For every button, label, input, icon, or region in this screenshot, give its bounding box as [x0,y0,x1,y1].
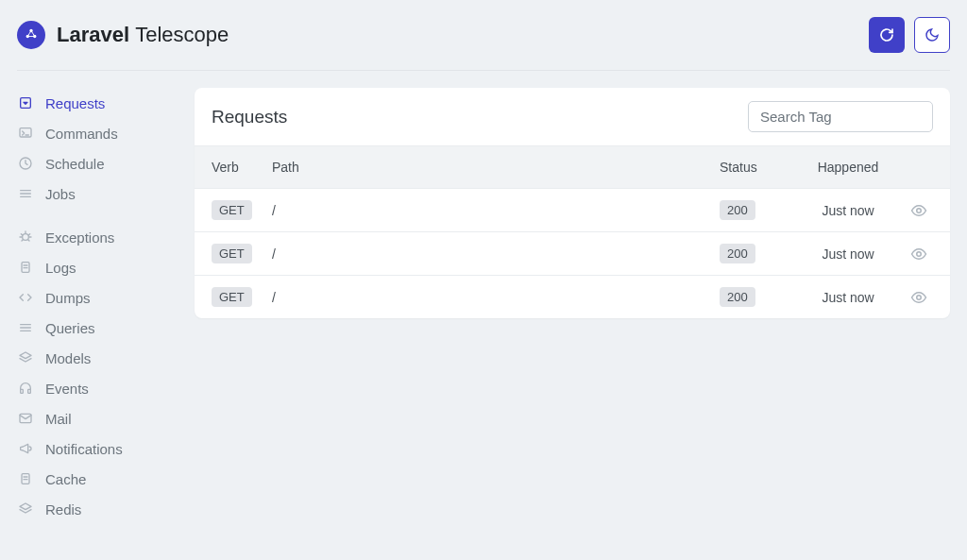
table-body: GET/200Just nowGET/200Just nowGET/200Jus… [195,189,950,318]
happened-cell: Just now [791,246,905,262]
sidebar-item-cache[interactable]: Cache [17,464,178,494]
col-status-header: Status [720,160,791,175]
sidebar-item-label: Requests [45,95,105,111]
path-cell: / [272,290,720,305]
table-row: GET/200Just now [195,232,950,276]
view-icon[interactable] [910,202,927,219]
sidebar-item-label: Exceptions [45,229,114,246]
sidebar-item-events[interactable]: Events [17,373,178,403]
svg-rect-17 [28,389,31,393]
sidebar-item-label: Events [45,381,89,397]
col-verb-header: Verb [212,160,272,175]
sidebar-item-label: Jobs [45,186,76,202]
sidebar-item-requests[interactable]: Requests [17,88,178,118]
svg-point-23 [917,251,922,256]
svg-rect-16 [21,389,24,393]
happened-cell: Just now [791,203,905,218]
svg-point-22 [917,208,922,212]
sidebar-item-label: Models [45,350,91,366]
path-cell: / [272,246,720,262]
code-icon [17,289,34,306]
brand: Laravel Telescope [17,21,229,49]
sidebar-item-schedule[interactable]: Schedule [17,148,178,178]
verb-badge: GET [212,200,252,220]
sidebar-item-mail[interactable]: Mail [17,403,178,433]
mail-icon [17,410,34,427]
verb-badge: GET [212,287,252,307]
header: Laravel Telescope [17,17,950,71]
request-icon [17,94,34,111]
headphones-icon [17,380,34,397]
list-icon [17,319,34,336]
sidebar-item-models[interactable]: Models [17,343,178,373]
sidebar-item-label: Queries [45,320,95,336]
list-icon [17,185,34,202]
layers-icon [17,501,34,518]
col-path-header: Path [272,160,720,175]
sidebar-item-queries[interactable]: Queries [17,313,178,343]
bug-icon [17,229,34,246]
table-row: GET/200Just now [195,276,950,318]
col-happened-header: Happened [791,160,905,175]
path-cell: / [272,203,720,218]
refresh-button[interactable] [869,17,905,53]
main-content: Requests Verb Path Status Happened GET/2… [195,88,950,537]
clock-icon [17,155,34,172]
brand-title: Laravel Telescope [57,23,229,47]
theme-toggle-button[interactable] [914,17,950,53]
view-icon[interactable] [910,289,927,306]
clipboard-icon [17,259,34,276]
status-badge: 200 [720,200,755,220]
sidebar-item-redis[interactable]: Redis [17,494,178,524]
status-badge: 200 [720,287,755,307]
sidebar-item-label: Mail [45,411,72,427]
sidebar-item-notifications[interactable]: Notifications [17,433,178,464]
header-actions [869,17,950,53]
sidebar: RequestsCommandsScheduleJobsExceptionsLo… [17,88,178,537]
page-title: Requests [212,107,287,127]
bullhorn-icon [17,440,34,457]
telescope-logo-icon [17,21,45,49]
sidebar-item-label: Redis [45,501,81,518]
card-header: Requests [195,88,950,145]
verb-badge: GET [212,244,252,263]
sidebar-item-label: Notifications [45,441,123,457]
layers-icon [17,349,34,366]
sidebar-item-label: Schedule [45,156,105,172]
refresh-icon [879,27,894,42]
sidebar-item-label: Cache [45,471,86,487]
status-badge: 200 [720,244,755,263]
moon-icon [925,27,940,42]
search-input[interactable] [748,101,933,132]
sidebar-item-commands[interactable]: Commands [17,118,178,148]
clipboard-icon [17,470,34,487]
sidebar-item-label: Logs [45,260,76,276]
terminal-icon [17,125,34,142]
sidebar-item-logs[interactable]: Logs [17,252,178,282]
sidebar-item-exceptions[interactable]: Exceptions [17,222,178,252]
table-row: GET/200Just now [195,189,950,232]
svg-point-24 [917,295,922,299]
table-header: Verb Path Status Happened [195,145,950,189]
requests-card: Requests Verb Path Status Happened GET/2… [195,88,950,318]
sidebar-item-label: Commands [45,126,118,142]
happened-cell: Just now [791,290,905,305]
sidebar-item-label: Dumps [45,290,91,306]
view-icon[interactable] [910,246,927,263]
sidebar-item-jobs[interactable]: Jobs [17,178,178,209]
sidebar-item-dumps[interactable]: Dumps [17,282,178,313]
